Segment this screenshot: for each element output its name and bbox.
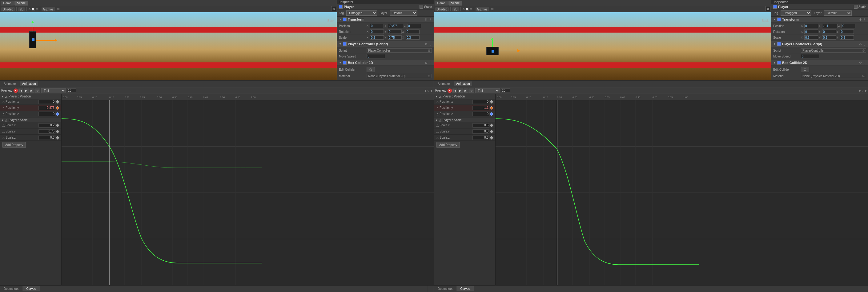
left-layer-select[interactable]: Default [390, 10, 417, 16]
right-posy-key[interactable] [490, 106, 493, 109]
left-next-btn[interactable]: ▶| [30, 88, 34, 93]
left-rot-z-input[interactable] [406, 30, 420, 34]
left-bc-menu[interactable]: ⋮ [429, 61, 432, 65]
left-loop-btn[interactable]: ↺ [35, 88, 40, 93]
left-transform-header[interactable]: ▼ Transform ⚙ ⋮ [337, 16, 434, 23]
right-pc-checkbox[interactable] [777, 42, 781, 46]
left-pc-menu[interactable]: ⋮ [429, 42, 432, 46]
left-posz-value[interactable] [38, 112, 55, 116]
right-view-mode-btn[interactable]: 20 [452, 7, 459, 11]
right-rot-x-input[interactable] [804, 30, 818, 34]
right-play-btn[interactable]: ▶ [458, 88, 463, 93]
left-prev-btn[interactable]: |◀ [19, 88, 23, 93]
left-pc-checkbox[interactable] [343, 42, 347, 46]
right-scl-z-input[interactable] [840, 35, 854, 40]
left-rot-y-input[interactable] [388, 30, 402, 34]
right-scl-y-input[interactable] [822, 35, 836, 40]
right-posy-value[interactable] [472, 106, 489, 110]
right-editcol-btn[interactable]: ⬡ [801, 67, 809, 72]
left-pos-x-input[interactable] [370, 24, 384, 28]
right-animator-tab[interactable]: Animator [435, 81, 453, 86]
left-shading-btn[interactable]: Shaded [1, 7, 15, 11]
left-scalez-value[interactable] [38, 136, 55, 140]
right-shading-btn[interactable]: Shaded [435, 7, 449, 11]
right-posz-value[interactable] [472, 112, 489, 116]
left-scl-z-input[interactable] [406, 35, 420, 40]
left-scl-x-input[interactable] [370, 35, 384, 40]
left-scalex-key[interactable] [56, 123, 59, 127]
left-pos-group-header[interactable]: ▼ △ Player : Position [0, 94, 61, 99]
right-record-btn[interactable]: ● [447, 88, 452, 93]
right-script-field[interactable]: PlayerController ◎ [801, 48, 866, 52]
left-scaley-key[interactable] [56, 130, 59, 133]
right-bc-checkbox[interactable] [777, 61, 781, 65]
left-pos-y-input[interactable] [388, 24, 403, 28]
right-scl-x-input[interactable] [804, 35, 818, 40]
right-transform-checkbox[interactable] [777, 17, 781, 21]
left-scene-tab[interactable]: Scene [14, 1, 28, 5]
left-movespeed-input[interactable] [367, 54, 385, 59]
left-animation-tab[interactable]: Animation [20, 81, 38, 86]
right-pc-gear[interactable]: ⚙ [859, 42, 862, 46]
left-rot-x-input[interactable] [370, 30, 384, 34]
left-editcol-btn[interactable]: ⬡ [367, 67, 375, 72]
left-scale-group-header[interactable]: ▼ △ Player : Scale [0, 118, 61, 122]
right-bc-header[interactable]: ▼ Box Collider 2D ⚙ ⋮ [771, 60, 868, 66]
right-scrollbar[interactable] [862, 286, 868, 292]
right-posx-value[interactable] [472, 100, 489, 104]
left-bc-gear[interactable]: ⚙ [425, 61, 428, 65]
left-player-checkbox[interactable] [339, 5, 343, 9]
right-curves-tab[interactable]: Curves [457, 286, 474, 291]
left-transform-checkbox[interactable] [343, 17, 347, 21]
right-pos-z-input[interactable] [841, 24, 856, 28]
left-tag-select[interactable]: Untagged [346, 10, 377, 16]
right-frame-input[interactable] [501, 88, 510, 93]
right-scaley-value[interactable] [472, 130, 489, 134]
left-maximize-btn[interactable]: ⊠ [331, 6, 336, 11]
left-frame-input[interactable] [67, 88, 76, 93]
left-view-mode-btn[interactable]: 20 [18, 7, 25, 11]
right-maximize-btn[interactable]: ⊠ [766, 6, 770, 11]
right-static-checkbox[interactable] [854, 5, 858, 9]
left-curves-tab[interactable]: Curves [23, 286, 40, 291]
right-pc-header[interactable]: ▼ Player Controller (Script) ⚙ ⋮ [771, 41, 868, 47]
left-scl-y-input[interactable] [388, 35, 402, 40]
right-transform-gear[interactable]: ⚙ [859, 18, 862, 21]
left-posx-key[interactable] [56, 100, 59, 103]
right-scene-tab[interactable]: Scene [448, 1, 462, 5]
right-scalex-key[interactable] [490, 123, 493, 127]
left-clip-select[interactable]: Fall [41, 88, 66, 93]
left-scaley-value[interactable] [38, 130, 55, 134]
right-dopesheet-tab[interactable]: Dopesheet [434, 286, 457, 291]
right-transform-menu[interactable]: ⋮ [863, 18, 866, 21]
left-posy-value[interactable] [38, 106, 55, 110]
right-animation-tab[interactable]: Animation [454, 81, 472, 86]
right-posx-key[interactable] [490, 100, 493, 103]
left-transform-menu[interactable]: ⋮ [429, 18, 432, 21]
left-pos-z-input[interactable] [407, 24, 421, 28]
left-bc-header[interactable]: ▼ Box Collider 2D ⚙ ⋮ [337, 60, 434, 66]
right-gizmos-btn[interactable]: Gizmos [475, 7, 489, 11]
left-posx-value[interactable] [38, 100, 55, 104]
left-add-property-btn[interactable]: Add Property [2, 142, 26, 148]
right-bc-menu[interactable]: ⋮ [863, 61, 866, 65]
right-player-checkbox[interactable] [773, 5, 777, 9]
right-next-btn[interactable]: ▶| [464, 88, 468, 93]
left-static-checkbox[interactable] [420, 5, 423, 9]
right-pc-menu[interactable]: ⋮ [863, 42, 866, 46]
right-pos-group-header[interactable]: ▼ △ Player : Position [434, 94, 495, 99]
left-scalez-key[interactable] [56, 136, 59, 139]
left-scrollbar[interactable] [428, 286, 434, 292]
right-rot-z-input[interactable] [840, 30, 854, 34]
left-gizmos-btn[interactable]: Gizmos [41, 7, 55, 11]
left-pc-header[interactable]: ▼ Player Controller (Script) ⚙ ⋮ [337, 41, 434, 47]
left-record-btn[interactable]: ● [13, 88, 18, 93]
right-add-property-btn[interactable]: Add Property [436, 142, 460, 148]
left-dopesheet-tab[interactable]: Dopesheet [0, 286, 23, 291]
left-scalex-value[interactable] [38, 123, 55, 127]
left-play-btn[interactable]: ▶ [24, 88, 29, 93]
right-game-tab[interactable]: Game [435, 1, 448, 5]
left-transform-gear[interactable]: ⚙ [425, 18, 428, 21]
right-bc-gear[interactable]: ⚙ [859, 61, 862, 65]
left-material-field[interactable]: None (Physics Material 2D) ◎ [367, 74, 432, 78]
